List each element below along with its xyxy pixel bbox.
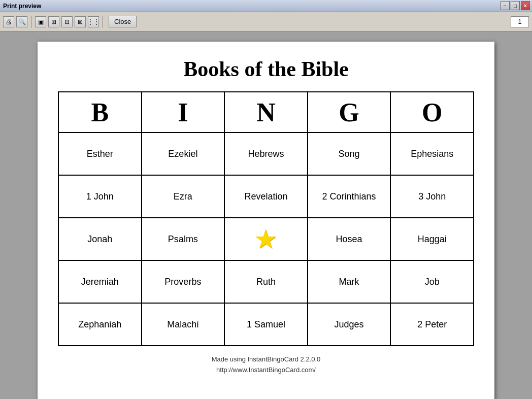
- view-icon-1[interactable]: ▣: [35, 16, 46, 27]
- cell-1-0: 1 John: [58, 175, 142, 218]
- page-input[interactable]: [511, 16, 529, 27]
- table-row: Zephaniah Malachi 1 Samuel Judges 2 Pete…: [58, 303, 474, 346]
- table-row: 1 John Ezra Revelation 2 Corinthians 3 J…: [58, 175, 474, 218]
- cell-4-1: Malachi: [142, 303, 225, 346]
- cell-0-0: Esther: [58, 132, 142, 175]
- cell-3-0: Jeremiah: [58, 260, 142, 303]
- card-title: Books of the Bible: [183, 57, 349, 81]
- star-icon: ★: [254, 226, 278, 252]
- content-area: Books of the Bible B I N G O Esther Ezek…: [0, 31, 532, 399]
- cell-0-2: Hebrews: [224, 132, 308, 175]
- header-g: G: [308, 92, 391, 132]
- cell-1-4: 3 John: [390, 175, 474, 218]
- minimize-button[interactable]: −: [501, 1, 510, 10]
- cell-4-4: 2 Peter: [390, 303, 474, 346]
- footer: Made using InstantBingoCard 2.2.0.0 http…: [212, 354, 321, 376]
- cell-2-1: Psalms: [142, 218, 225, 260]
- separator-2: [103, 16, 103, 28]
- toolbar: 🖨 🔍 ▣ ⊞ ⊟ ⊠ ⋮⋮ Close Page: [0, 12, 532, 31]
- cell-2-4: Haggai: [390, 218, 474, 260]
- separator-1: [31, 16, 31, 28]
- zoom-icon[interactable]: 🔍: [16, 16, 27, 27]
- paper: Books of the Bible B I N G O Esther Ezek…: [38, 42, 494, 399]
- cell-1-3: 2 Corinthians: [308, 175, 391, 218]
- print-icon[interactable]: 🖨: [3, 16, 14, 27]
- cell-3-4: Job: [390, 260, 474, 303]
- table-row: Jonah Psalms ★ Hosea Haggai: [58, 218, 474, 260]
- cell-4-3: Judges: [308, 303, 391, 346]
- view-icon-5[interactable]: ⋮⋮: [88, 16, 99, 27]
- window-close-button[interactable]: ×: [521, 1, 530, 10]
- cell-3-1: Proverbs: [142, 260, 225, 303]
- cell-3-3: Mark: [308, 260, 391, 303]
- header-b: B: [58, 92, 142, 132]
- header-i: I: [142, 92, 225, 132]
- cell-2-0: Jonah: [58, 218, 142, 260]
- cell-1-1: Ezra: [142, 175, 225, 218]
- cell-4-0: Zephaniah: [58, 303, 142, 346]
- view-icon-3[interactable]: ⊟: [61, 16, 73, 27]
- title-bar: Print preview − □ ×: [0, 0, 532, 12]
- cell-3-2: Ruth: [224, 260, 308, 303]
- cell-0-4: Ephesians: [390, 132, 474, 175]
- window-controls: − □ ×: [501, 1, 530, 10]
- cell-0-1: Ezekiel: [142, 132, 225, 175]
- table-row: Esther Ezekiel Hebrews Song Ephesians: [58, 132, 474, 175]
- maximize-button[interactable]: □: [511, 1, 520, 10]
- table-row: Jeremiah Proverbs Ruth Mark Job: [58, 260, 474, 303]
- header-o: O: [390, 92, 474, 132]
- cell-4-2: 1 Samuel: [224, 303, 308, 346]
- cell-0-3: Song: [308, 132, 391, 175]
- view-icon-2[interactable]: ⊞: [48, 16, 59, 27]
- page-controls: Page: [514, 18, 529, 25]
- cell-1-2: Revelation: [224, 175, 308, 218]
- bingo-table: B I N G O Esther Ezekiel Hebrews Song Ep…: [58, 91, 474, 346]
- view-icon-4[interactable]: ⊠: [75, 16, 86, 27]
- cell-2-3: Hosea: [308, 218, 391, 260]
- footer-line2: http://www.InstantBingoCard.com/: [212, 365, 321, 376]
- close-button[interactable]: Close: [109, 16, 137, 27]
- free-space-cell: ★: [224, 218, 308, 260]
- window-title: Print preview: [3, 3, 41, 10]
- bingo-header-row: B I N G O: [58, 92, 474, 132]
- footer-line1: Made using InstantBingoCard 2.2.0.0: [212, 354, 321, 365]
- header-n: N: [224, 92, 308, 132]
